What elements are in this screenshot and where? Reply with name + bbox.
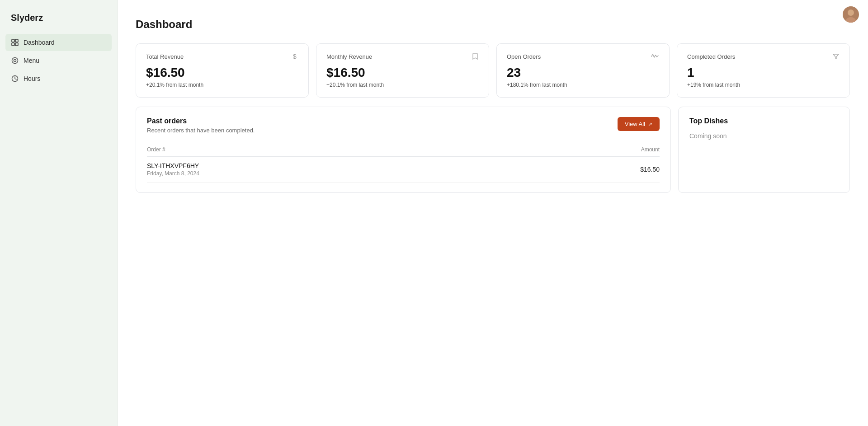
activity-icon — [651, 53, 659, 60]
past-orders-header: Past orders Recent orders that have been… — [147, 117, 660, 134]
page-title: Dashboard — [136, 18, 850, 31]
hours-icon — [11, 75, 19, 83]
open-orders-label: Open Orders — [507, 53, 541, 60]
view-all-label: View All — [625, 121, 645, 127]
sidebar-item-dashboard-label: Dashboard — [24, 39, 55, 46]
completed-orders-value: 1 — [687, 66, 840, 80]
sidebar-item-hours-label: Hours — [24, 75, 40, 82]
stat-card-monthly-revenue: Monthly Revenue $16.50 +20.1% from last … — [316, 43, 489, 98]
past-orders-subtitle: Recent orders that have been completed. — [147, 127, 255, 134]
svg-rect-0 — [12, 39, 14, 42]
open-orders-change: +180.1% from last month — [507, 82, 659, 88]
order-id: SLY-ITHXVPF6HY — [147, 162, 521, 169]
sidebar-item-menu-label: Menu — [24, 57, 39, 64]
avatar[interactable] — [843, 6, 859, 23]
dollar-icon: $ — [291, 53, 298, 60]
svg-rect-2 — [12, 43, 14, 46]
sidebar-item-hours[interactable]: Hours — [5, 70, 112, 87]
monthly-revenue-label: Monthly Revenue — [326, 53, 372, 60]
svg-point-4 — [12, 58, 18, 64]
total-revenue-change: +20.1% from last month — [146, 82, 298, 88]
sidebar-item-dashboard[interactable]: Dashboard — [5, 34, 112, 51]
orders-table: Order # Amount SLY-ITHXVPF6HY Friday, Ma… — [147, 143, 660, 183]
bookmark-icon — [472, 53, 479, 60]
monthly-revenue-value: $16.50 — [326, 66, 479, 80]
top-dishes-title: Top Dishes — [689, 117, 839, 125]
sidebar: Slyderz Dashboard Menu — [0, 0, 118, 426]
monthly-revenue-change: +20.1% from last month — [326, 82, 479, 88]
top-dishes-card: Top Dishes Coming soon — [678, 107, 850, 193]
col-order-num: Order # — [147, 143, 521, 157]
external-link-icon: ↗ — [648, 121, 652, 127]
svg-rect-3 — [15, 43, 18, 46]
completed-orders-change: +19% from last month — [687, 82, 840, 88]
stat-card-total-revenue: Total Revenue $ $16.50 +20.1% from last … — [136, 43, 309, 98]
sidebar-item-menu[interactable]: Menu — [5, 52, 112, 69]
top-dishes-coming-soon: Coming soon — [689, 132, 839, 140]
stat-card-open-orders: Open Orders 23 +180.1% from last month — [496, 43, 670, 98]
view-all-button[interactable]: View All ↗ — [618, 117, 660, 131]
dashboard-icon — [11, 38, 19, 47]
app-logo: Slyderz — [0, 9, 117, 34]
svg-text:$: $ — [293, 53, 297, 60]
svg-point-9 — [848, 9, 854, 16]
total-revenue-label: Total Revenue — [146, 53, 184, 60]
order-cell: SLY-ITHXVPF6HY Friday, March 8, 2024 — [147, 157, 521, 183]
menu-icon — [11, 56, 19, 65]
svg-rect-1 — [15, 39, 18, 42]
bottom-row: Past orders Recent orders that have been… — [136, 107, 850, 193]
col-amount: Amount — [521, 143, 660, 157]
stat-card-completed-orders: Completed Orders 1 +19% from last month — [677, 43, 850, 98]
order-date: Friday, March 8, 2024 — [147, 170, 521, 177]
table-row: SLY-ITHXVPF6HY Friday, March 8, 2024 $16… — [147, 157, 660, 183]
order-amount: $16.50 — [521, 157, 660, 183]
stats-row: Total Revenue $ $16.50 +20.1% from last … — [136, 43, 850, 98]
main-content: Dashboard Total Revenue $ $16.50 +20.1% … — [118, 0, 868, 426]
filter-icon — [832, 53, 840, 60]
svg-point-5 — [14, 60, 16, 62]
sidebar-nav: Dashboard Menu Hours — [0, 34, 117, 87]
past-orders-card: Past orders Recent orders that have been… — [136, 107, 671, 193]
total-revenue-value: $16.50 — [146, 66, 298, 80]
past-orders-title: Past orders — [147, 117, 255, 125]
completed-orders-label: Completed Orders — [687, 53, 735, 60]
open-orders-value: 23 — [507, 66, 659, 80]
